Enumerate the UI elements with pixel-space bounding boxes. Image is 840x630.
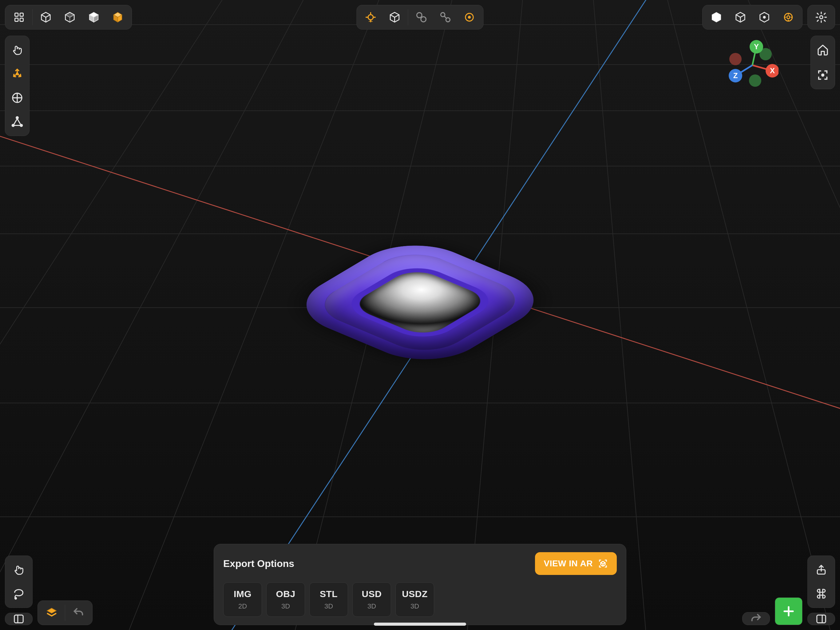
toolbar-share-cmd <box>807 556 835 608</box>
svg-point-24 <box>441 13 445 17</box>
svg-point-43 <box>749 74 761 87</box>
transform-tool-button[interactable] <box>5 62 29 86</box>
ar-cube-icon <box>598 558 608 569</box>
svg-rect-20 <box>20 18 24 22</box>
shading-preset-3-button[interactable] <box>752 5 776 29</box>
export-format-obj[interactable]: OBJ3D <box>266 583 305 617</box>
frame-view-button[interactable] <box>811 63 835 87</box>
format-dim: 3D <box>281 602 290 610</box>
add-button[interactable] <box>775 597 802 625</box>
pan-gesture-button[interactable] <box>7 558 31 582</box>
format-name: IMG <box>234 589 251 599</box>
svg-point-21 <box>368 15 373 20</box>
svg-point-41 <box>729 53 742 65</box>
view-in-ar-button[interactable]: VIEW IN AR <box>535 552 617 575</box>
layers-button[interactable] <box>39 601 64 625</box>
home-view-button[interactable] <box>811 38 835 62</box>
svg-point-28 <box>763 16 765 18</box>
svg-point-30 <box>787 16 790 19</box>
select-object-button[interactable] <box>359 5 383 29</box>
export-format-usdz[interactable]: USDZ3D <box>395 583 434 617</box>
undo-button[interactable] <box>66 601 90 625</box>
lasso-select-button[interactable] <box>7 582 31 606</box>
select-chain-button[interactable] <box>434 5 458 29</box>
settings-panel-button[interactable] <box>807 5 835 30</box>
display-wireframe-button[interactable] <box>34 5 58 29</box>
display-solid-button[interactable] <box>82 5 106 29</box>
select-linked-button[interactable] <box>409 5 434 29</box>
export-format-usd[interactable]: USD3D <box>352 583 391 617</box>
toolbar-history <box>38 600 93 625</box>
axis-z-label: Z <box>733 71 738 80</box>
toolbar-top-left <box>5 5 132 30</box>
scale-tool-button[interactable] <box>5 110 29 134</box>
viewport-3d[interactable] <box>0 0 840 630</box>
share-button[interactable] <box>809 558 833 582</box>
svg-rect-17 <box>15 13 19 17</box>
apps-grid-button[interactable] <box>7 5 31 29</box>
format-name: STL <box>320 589 338 599</box>
panel-toggle-right[interactable] <box>807 613 835 625</box>
svg-point-37 <box>822 74 824 76</box>
svg-point-22 <box>417 13 422 18</box>
display-shaded-button[interactable] <box>58 5 82 29</box>
export-panel: Export Options VIEW IN AR IMG2DOBJ3DSTL3… <box>214 544 626 625</box>
export-format-img[interactable]: IMG2D <box>223 583 262 617</box>
redo-button[interactable] <box>750 613 762 625</box>
svg-rect-48 <box>14 615 24 623</box>
export-formats: IMG2DOBJ3DSTL3DUSD3DUSDZ3D <box>223 583 617 617</box>
axis-gizmo[interactable]: X Y Z <box>726 38 778 90</box>
toolbar-shading-presets <box>702 5 802 30</box>
command-button[interactable] <box>809 582 833 606</box>
shading-preset-2-button[interactable] <box>728 5 752 29</box>
format-dim: 2D <box>238 602 247 610</box>
format-dim: 3D <box>324 602 333 610</box>
export-format-stl[interactable]: STL3D <box>309 583 348 617</box>
shading-preset-4-button[interactable] <box>776 5 801 29</box>
display-rendered-button[interactable] <box>106 5 130 29</box>
svg-point-27 <box>468 16 470 18</box>
format-name: USDZ <box>402 589 428 599</box>
redo-panel <box>742 612 770 625</box>
shading-preset-1-button[interactable] <box>704 5 728 29</box>
gear-icon <box>815 11 827 24</box>
move-tool-button[interactable] <box>5 38 29 62</box>
format-name: USD <box>362 589 382 599</box>
svg-rect-51 <box>817 615 826 623</box>
select-cube-button[interactable] <box>383 5 407 29</box>
rotate-tool-button[interactable] <box>5 86 29 110</box>
toolbar-selection-mode <box>357 5 484 30</box>
toolbar-left-tools <box>5 36 30 136</box>
select-pivot-button[interactable] <box>458 5 482 29</box>
svg-rect-18 <box>20 13 24 17</box>
svg-point-31 <box>820 16 823 19</box>
toolbar-right-view <box>810 36 835 89</box>
panel-toggle-left[interactable] <box>5 613 33 625</box>
view-in-ar-label: VIEW IN AR <box>543 559 593 568</box>
svg-rect-19 <box>15 18 19 22</box>
format-name: OBJ <box>276 589 295 599</box>
home-indicator <box>374 623 466 626</box>
format-dim: 3D <box>368 602 376 610</box>
format-dim: 3D <box>411 602 419 610</box>
svg-point-47 <box>15 598 17 599</box>
toolbar-nav-gestures <box>5 556 33 608</box>
axis-x-label: X <box>770 66 775 75</box>
svg-point-25 <box>446 18 450 22</box>
svg-point-23 <box>421 17 426 22</box>
export-title: Export Options <box>223 558 294 570</box>
axis-y-label: Y <box>754 43 759 51</box>
svg-point-32 <box>16 73 18 75</box>
